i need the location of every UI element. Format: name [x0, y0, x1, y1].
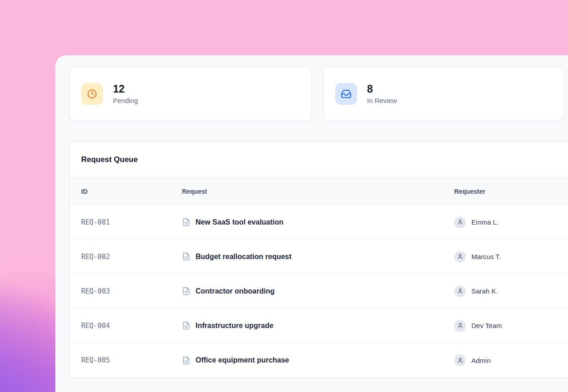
request-title: Office equipment purchase: [196, 356, 289, 364]
requester-name: Emma L.: [471, 218, 499, 226]
inbox-icon: [335, 83, 357, 105]
table-row[interactable]: REQ-003 Contractor onboarding Sarah K.: [69, 274, 568, 309]
request-title: Contractor onboarding: [196, 287, 274, 295]
request-id: REQ-002: [81, 253, 110, 261]
in-review-count: 8: [367, 83, 397, 95]
request-title: Infrastructure upgrade: [196, 322, 274, 330]
requester-name: Admin: [471, 357, 491, 364]
column-header-request: Request: [182, 188, 454, 195]
table-title-bar: Request Queue: [69, 142, 568, 178]
table-row[interactable]: REQ-002 Budget reallocation request Marc…: [69, 240, 568, 274]
stat-text: 12 Pending: [113, 83, 138, 104]
request-id: REQ-004: [81, 322, 110, 330]
file-text-icon: [182, 321, 191, 330]
table-row[interactable]: REQ-005 Office equipment purchase Admin: [69, 343, 568, 377]
requester-name: Marcus T.: [471, 253, 501, 260]
stat-card-pending: 12 Pending: [69, 66, 312, 121]
column-header-id: ID: [69, 188, 182, 195]
column-header-requester: Requester: [454, 188, 568, 195]
pending-label: Pending: [113, 97, 138, 104]
avatar: [454, 251, 466, 263]
stat-card-in-review: 8 In Review: [323, 66, 564, 121]
file-text-icon: [182, 287, 191, 295]
dashboard-panel: 12 Pending 8 In Review Request Queue ID: [55, 55, 568, 392]
avatar: [454, 354, 466, 366]
pending-count: 12: [113, 83, 138, 95]
avatar: [454, 216, 466, 228]
request-id: REQ-003: [81, 287, 110, 295]
avatar: [454, 285, 466, 297]
stats-row: 12 Pending 8 In Review: [69, 66, 568, 121]
requester-name: Dev Team: [471, 322, 502, 329]
clock-icon: [81, 83, 103, 105]
app-background: { "stats": [ { "icon": "clock-icon", "va…: [0, 0, 568, 392]
file-text-icon: [182, 252, 191, 261]
request-title: New SaaS tool evaluation: [196, 218, 284, 226]
in-review-label: In Review: [367, 97, 397, 104]
request-title: Budget reallocation request: [196, 253, 292, 261]
page-title: Request Queue: [81, 155, 138, 164]
request-queue-card: Request Queue ID Request Requester REQ-0…: [69, 142, 568, 378]
requester-name: Sarah K.: [471, 287, 498, 295]
request-id: REQ-005: [81, 356, 110, 364]
file-text-icon: [182, 356, 191, 365]
table-row[interactable]: REQ-001 New SaaS tool evaluation Emma L.: [69, 205, 568, 240]
table-header-row: ID Request Requester: [69, 178, 568, 205]
table-row[interactable]: REQ-004 Infrastructure upgrade Dev Team: [69, 309, 568, 343]
avatar: [454, 320, 466, 332]
stat-text: 8 In Review: [367, 83, 397, 104]
request-id: REQ-001: [81, 218, 110, 226]
file-text-icon: [182, 218, 191, 226]
